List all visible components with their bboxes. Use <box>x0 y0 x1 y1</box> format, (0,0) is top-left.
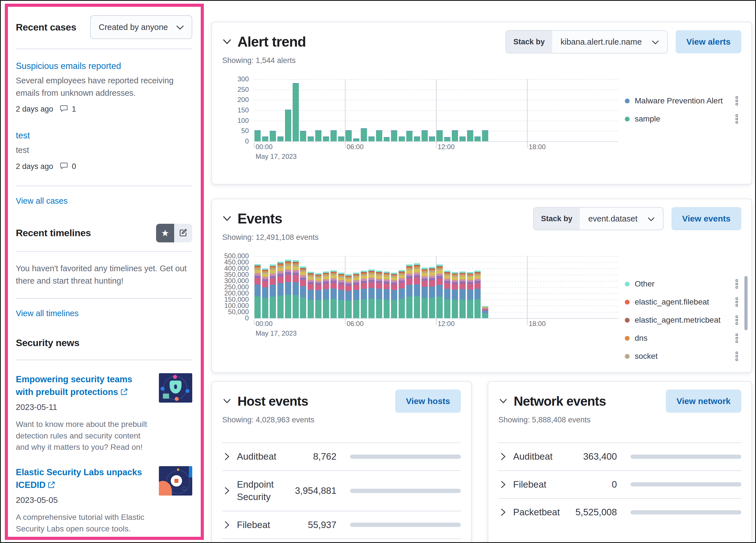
comment-icon <box>60 162 68 172</box>
case-link[interactable]: Suspicious emails reported <box>16 61 121 71</box>
alert-trend-showing: Showing: 1,544 alerts <box>222 56 741 65</box>
legend-dot <box>625 354 630 359</box>
news-link[interactable]: Elastic Security Labs unpacks ICEDID <box>16 466 152 492</box>
divider <box>16 49 192 49</box>
timelines-empty-message: You haven't favorited any timelines yet.… <box>16 262 192 287</box>
legend-item: socket <box>625 350 739 362</box>
host-events-panel: Host events View hosts Showing: 4,028,96… <box>211 381 472 543</box>
legend-scrollbar[interactable] <box>744 276 748 330</box>
news-description: Want to know more about the prebuilt det… <box>16 419 152 453</box>
chevron-down-icon <box>176 23 184 32</box>
table-row: Endpoint Security 3,954,881 <box>222 471 461 511</box>
divider <box>16 298 192 298</box>
chevron-right-icon[interactable] <box>498 507 508 517</box>
legend-menu-icon[interactable] <box>735 278 739 289</box>
events-plot <box>254 256 618 319</box>
favorites-toggle-button[interactable]: ★ <box>156 224 174 243</box>
legend-menu-icon[interactable] <box>735 296 739 308</box>
legend-dot <box>625 99 630 103</box>
stackby-value: kibana.alert.rule.name <box>561 37 642 47</box>
view-events-button[interactable]: View events <box>671 207 741 230</box>
alert-trend-plot <box>254 79 618 142</box>
table-row: Filebeat 55,937 <box>222 511 461 539</box>
edit-icon <box>179 228 188 238</box>
collapse-chevron-icon[interactable] <box>222 214 232 224</box>
progress-bar <box>630 510 741 514</box>
cases-filter-value: Created by anyone <box>99 23 168 32</box>
recently-updated-toggle-button[interactable] <box>174 224 192 243</box>
legend-dot <box>625 117 630 122</box>
events-stackby-select[interactable]: Stack by event.dataset <box>533 207 664 230</box>
stackby-label: Stack by <box>506 31 552 53</box>
network-events-panel: Network events View network Showing: 5,8… <box>488 381 752 543</box>
legend-menu-icon[interactable] <box>735 332 739 344</box>
legend-menu-icon[interactable] <box>735 95 739 107</box>
case-meta: 2 days ago 1 <box>16 104 192 114</box>
collapse-chevron-icon[interactable] <box>498 396 508 406</box>
legend-item: Other <box>625 278 739 289</box>
chevron-right-icon[interactable] <box>498 480 508 489</box>
collapse-chevron-icon[interactable] <box>222 37 232 47</box>
legend-menu-icon[interactable] <box>735 350 739 362</box>
news-thumbnail[interactable] <box>159 373 192 403</box>
view-hosts-button[interactable]: View hosts <box>395 389 461 413</box>
x-axis: 00:0006:0012:0018:00May 17, 2023 <box>254 319 618 339</box>
news-thumbnail[interactable] <box>159 466 192 496</box>
news-item: Empowering security teams with prebuilt … <box>16 373 192 453</box>
external-link-icon <box>120 386 128 399</box>
case-description: test <box>16 144 192 157</box>
case-item: Suspicious emails reported Several emplo… <box>16 61 192 114</box>
case-meta: 2 days ago 0 <box>16 162 192 172</box>
legend-menu-icon[interactable] <box>735 113 739 125</box>
alert-trend-chart: 300250200150100500 00:0006:0012:0018:00M… <box>222 79 618 163</box>
events-header: Events Stack by event.dataset View event… <box>222 207 741 230</box>
divider <box>16 186 192 186</box>
y-axis: 500,000450,000400,000350,000300,000250,0… <box>222 256 254 319</box>
network-events-rows: Auditbeat 363,400 Filebeat 0 Packetbeat … <box>498 442 741 526</box>
news-body: Empowering security teams with prebuilt … <box>16 373 152 453</box>
view-alerts-button[interactable]: View alerts <box>676 30 741 53</box>
legend-dot <box>625 336 630 341</box>
events-panel: Events Stack by event.dataset View event… <box>211 199 752 373</box>
alert-trend-panel: Alert trend Stack by kibana.alert.rule.n… <box>211 22 752 185</box>
chevron-right-icon[interactable] <box>222 520 232 530</box>
case-item: test test 2 days ago 0 <box>16 131 192 172</box>
news-date: 2023-05-11 <box>16 403 152 412</box>
alert-stackby-select[interactable]: Stack by kibana.alert.rule.name <box>506 30 668 53</box>
case-link[interactable]: test <box>16 131 30 141</box>
case-time: 2 days ago <box>16 162 53 171</box>
divider <box>16 252 192 252</box>
view-all-cases-link[interactable]: View all cases <box>16 196 68 206</box>
news-link[interactable]: Empowering security teams with prebuilt … <box>16 373 152 399</box>
view-all-timelines-link[interactable]: View all timelines <box>16 309 79 318</box>
chevron-down-icon <box>652 37 659 47</box>
recent-cases-header: Recent cases Created by anyone <box>16 15 192 39</box>
alert-trend-title: Alert trend <box>237 34 306 50</box>
recent-timelines-header: Recent timelines ★ <box>16 224 192 243</box>
stackby-value: event.dataset <box>588 214 638 224</box>
collapse-chevron-icon[interactable] <box>222 396 232 406</box>
progress-bar <box>350 489 461 493</box>
network-events-header: Network events View network <box>498 389 741 413</box>
view-network-button[interactable]: View network <box>666 389 741 413</box>
events-chart: 500,000450,000400,000350,000300,000250,0… <box>222 256 618 339</box>
chevron-right-icon[interactable] <box>222 486 232 496</box>
chevron-right-icon[interactable] <box>222 452 232 461</box>
cases-filter-select[interactable]: Created by anyone <box>90 15 192 39</box>
recent-cases-title: Recent cases <box>16 22 76 33</box>
chevron-right-icon[interactable] <box>498 452 508 461</box>
case-description: Several employees have reported receivin… <box>16 75 192 99</box>
divider <box>16 360 192 360</box>
events-showing: Showing: 12,491,108 events <box>222 233 741 242</box>
legend-menu-icon[interactable] <box>735 314 739 326</box>
table-row: Auditbeat 8,762 <box>222 443 461 471</box>
security-overview-page: Recent cases Created by anyone Suspiciou… <box>0 0 756 543</box>
sidebar: Recent cases Created by anyone Suspiciou… <box>8 7 201 537</box>
table-row: Auditbeat 363,400 <box>498 443 741 471</box>
x-axis: 00:0006:0012:0018:00May 17, 2023 <box>254 142 618 163</box>
legend-item: elastic_agent.filebeat <box>625 296 739 308</box>
network-events-showing: Showing: 5,888,408 events <box>498 416 741 424</box>
events-title: Events <box>237 211 282 227</box>
legend-item: elastic_agent.metricbeat <box>625 314 739 326</box>
progress-bar <box>350 523 461 527</box>
